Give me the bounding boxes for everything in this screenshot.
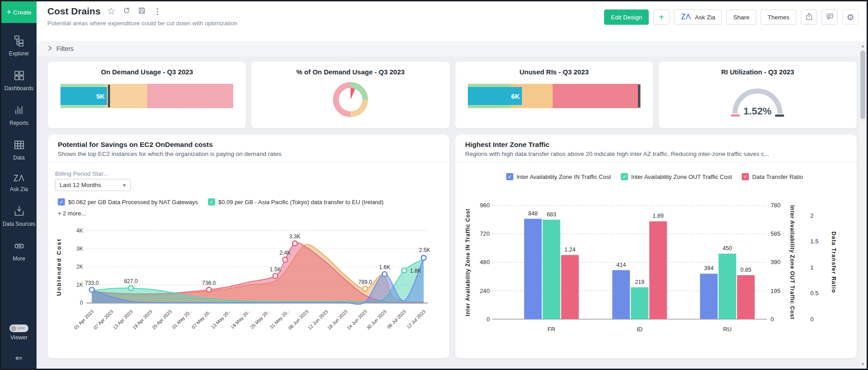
edit-design-button[interactable]: Edit Design: [604, 9, 649, 25]
right2-tick-label: 2: [810, 212, 813, 219]
comments-button[interactable]: [822, 9, 838, 25]
bar[interactable]: [561, 255, 579, 319]
collapse-sidebar-icon[interactable]: ⇐: [15, 352, 23, 363]
inter-zone-traffic-panel: Highest Inter Zone Traffic Regions with …: [455, 135, 857, 358]
data-point[interactable]: [421, 256, 426, 260]
save-icon[interactable]: [138, 6, 147, 17]
sidebar-item-label: Explorer: [9, 50, 29, 57]
sidebar-item-data[interactable]: Data: [1, 139, 37, 161]
bar[interactable]: [543, 219, 560, 319]
bar[interactable]: [700, 274, 718, 319]
donut-chart[interactable]: [333, 82, 368, 117]
bar[interactable]: [719, 254, 736, 319]
toggle-switch-icon[interactable]: OFF: [9, 324, 28, 332]
bar[interactable]: [649, 221, 667, 319]
bullet-chart[interactable]: 6K: [468, 84, 641, 108]
checkbox-checked-icon[interactable]: ✓: [208, 198, 215, 206]
area-chart[interactable]: 01K2K3K4KUnblended Cost733.0827.0736.01.…: [53, 217, 441, 338]
data-point[interactable]: [402, 268, 407, 273]
gauge-chart[interactable]: 1.52%: [671, 82, 844, 119]
export-button[interactable]: [801, 9, 817, 25]
sidebar-nav: ExplorerDashboardsReportsDataAsk ZiaData…: [1, 35, 37, 262]
bar[interactable]: [737, 275, 755, 320]
data-point[interactable]: [382, 272, 387, 277]
legend-item[interactable]: ✓Data Transfer Ratio: [742, 173, 803, 180]
add-widget-button[interactable]: +: [653, 9, 669, 25]
data-point[interactable]: [363, 286, 368, 291]
legend-item[interactable]: ✓$0.09 per GB - Asia Pacific (Tokyo) dat…: [208, 198, 383, 206]
bar[interactable]: [612, 270, 630, 319]
vertical-scrollbar[interactable]: ▲ ▼: [859, 42, 867, 369]
data-point[interactable]: [283, 257, 288, 262]
left-tick-label: 720: [480, 230, 489, 237]
bullet-chart[interactable]: 5K: [60, 84, 233, 108]
settings-button[interactable]: ⚙: [842, 9, 859, 25]
checkbox-checked-icon[interactable]: ✓: [506, 173, 513, 180]
data-point[interactable]: [89, 288, 94, 292]
zia-icon: [681, 13, 692, 22]
panel-body: ✓Inter Availability Zone IN Traffic Cost…: [455, 162, 857, 358]
legend-label: Data Transfer Ratio: [752, 174, 803, 180]
data-point-label: 736.0: [202, 280, 216, 286]
legend-item[interactable]: ✓$0.062 per GB Data Processed by NAT Gat…: [58, 198, 198, 206]
checkbox-checked-icon[interactable]: ✓: [58, 198, 65, 206]
legend-label: $0.09 per GB - Asia Pacific (Tokyo) data…: [218, 199, 383, 206]
star-icon[interactable]: ☆: [107, 7, 116, 16]
bullet-band: [105, 84, 147, 108]
plus-icon: +: [659, 12, 664, 23]
bullet-value-bar[interactable]: 5K: [60, 87, 107, 105]
data-point-label: 827.0: [124, 278, 138, 284]
page-title: Cost Drains: [47, 6, 101, 17]
sidebar: + Create ExplorerDashboardsReportsDataAs…: [1, 1, 37, 369]
x-tick-label: 13 May 20..: [210, 309, 231, 330]
sidebar-item-reports[interactable]: Reports: [1, 104, 37, 127]
bar-value-label: 450: [723, 245, 732, 251]
sidebar-item-explorer[interactable]: Explorer: [1, 35, 37, 57]
bar-chart-legend: ✓Inter Availability Zone IN Traffic Cost…: [461, 173, 849, 180]
x-tick-label: 01 Apr 2023: [73, 309, 95, 330]
data-point[interactable]: [129, 286, 134, 291]
bar[interactable]: [631, 287, 648, 319]
panel-title: Potential for Savings on EC2 OnDemand co…: [58, 141, 439, 149]
checkbox-checked-icon[interactable]: ✓: [742, 173, 749, 180]
legend-more-link[interactable]: + 2 more...: [58, 210, 441, 217]
bar[interactable]: [524, 219, 542, 319]
ask-zia-button[interactable]: Ask Zia: [674, 9, 722, 25]
data-point[interactable]: [273, 274, 278, 279]
data-point[interactable]: [292, 241, 297, 246]
panel-header: Highest Inter Zone Traffic Regions with …: [455, 135, 857, 162]
bar-value-label: 1.24: [564, 247, 576, 253]
donut-needle-wedge: [339, 88, 362, 111]
scroll-down-icon[interactable]: ▼: [861, 361, 865, 368]
right1-axis-label: Inter Availability Zone OUT Traffic Cost: [789, 205, 795, 319]
share-button[interactable]: Share: [726, 9, 756, 25]
legend-item[interactable]: ✓Inter Availability Zone OUT Traffic Cos…: [621, 173, 732, 180]
filters-bar[interactable]: Filters: [37, 41, 867, 56]
sidebar-item-label: Reports: [9, 120, 28, 127]
ec2-savings-panel: Potential for Savings on EC2 OnDemand co…: [48, 135, 449, 358]
bullet-value-bar[interactable]: 6K: [468, 87, 522, 105]
bar-chart[interactable]: 9607807205854803902401950021.510.50Inter…: [461, 181, 849, 347]
legend-item[interactable]: ✓Inter Availability Zone IN Traffic Cost: [506, 173, 611, 180]
viewer-toggle[interactable]: OFF Viewer: [9, 324, 28, 341]
toggle-knob: [11, 326, 16, 331]
create-button[interactable]: + Create: [1, 1, 37, 23]
sidebar-item-data-sources[interactable]: Data Sources: [1, 205, 37, 228]
export-icon: [805, 12, 813, 22]
sidebar-item-dashboards[interactable]: Dashboards: [1, 69, 37, 92]
billing-period-select[interactable]: Last 12 Months ▼: [55, 179, 131, 191]
scrollbar-thumb[interactable]: [860, 50, 865, 119]
data-point[interactable]: [207, 287, 212, 292]
scroll-up-icon[interactable]: ▲: [861, 42, 865, 50]
x-tick-label: 01 May 20..: [171, 309, 193, 330]
refresh-icon[interactable]: [122, 6, 131, 17]
sidebar-item-more[interactable]: More: [1, 240, 37, 262]
legend-label: Inter Availability Zone IN Traffic Cost: [517, 174, 611, 180]
sidebar-item-ask-zia[interactable]: Ask Zia: [1, 174, 37, 193]
kebab-icon[interactable]: ⋮: [153, 7, 162, 16]
checkbox-checked-icon[interactable]: ✓: [621, 173, 628, 180]
themes-button[interactable]: Themes: [761, 9, 796, 25]
dashboard-header: Cost Drains ☆⋮ Potential areas where exp…: [37, 1, 867, 41]
toggle-state: OFF: [18, 326, 25, 330]
kpi-title: On Demand Usage - Q3 2023: [60, 68, 233, 76]
